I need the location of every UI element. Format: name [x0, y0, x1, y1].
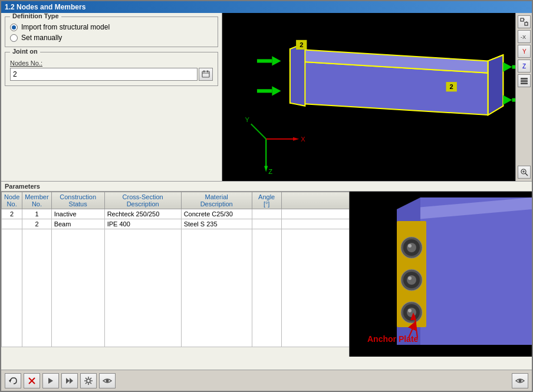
svg-text:Y: Y [522, 48, 527, 55]
viewport-svg: Z X Y [222, 13, 532, 181]
fast-forward-button[interactable] [61, 373, 78, 388]
svg-rect-25 [257, 89, 272, 93]
svg-rect-0 [202, 71, 209, 77]
svg-point-55 [407, 275, 416, 285]
joint-on-label: Joint on [10, 48, 40, 55]
cell-status-1: Inactive [51, 209, 104, 219]
cell-member-2: 2 [22, 219, 51, 229]
left-panel: Definition Type Import from structural m… [1, 13, 222, 181]
svg-rect-3 [207, 71, 208, 73]
radio-import[interactable]: Import from structural model [10, 23, 213, 31]
radio-import-label: Import from structural model [21, 23, 110, 31]
cell-cross-1: Rechteck 250/250 [104, 209, 181, 219]
fit-view-button[interactable] [518, 15, 531, 28]
anchor-plate-overlay: Anchor Plate [349, 192, 532, 357]
cell-angle-1 [252, 209, 281, 219]
window-title: 1.2 Nodes and Members [5, 3, 85, 11]
zoom-button[interactable] [518, 166, 531, 179]
col-material: MaterialDescription [181, 192, 252, 209]
svg-point-60 [408, 309, 412, 312]
definition-type-label: Definition Type [10, 13, 61, 19]
svg-marker-69 [48, 378, 53, 384]
svg-line-41 [525, 173, 528, 176]
right-toolbar: -X Y Z [515, 13, 532, 181]
svg-text:Y: Y [245, 116, 250, 123]
svg-point-73 [106, 379, 109, 382]
next-button[interactable] [42, 373, 59, 388]
settings-button[interactable] [80, 373, 97, 388]
svg-text:Z: Z [522, 63, 526, 70]
svg-point-51 [407, 243, 416, 252]
radio-import-circle [10, 24, 18, 31]
svg-point-72 [87, 379, 90, 383]
svg-text:2: 2 [450, 83, 453, 90]
radio-manual[interactable]: Set manually [10, 34, 213, 42]
svg-marker-71 [70, 378, 73, 384]
svg-rect-38 [521, 80, 528, 82]
col-cross-section: Cross-SectionDescription [104, 192, 181, 209]
radio-manual-circle [10, 34, 18, 42]
bottom-section: Parameters NodeNo. MemberNo. Constructio… [1, 181, 532, 370]
col-angle: Angle[°] [252, 192, 281, 209]
table-container: NodeNo. MemberNo. ConstructionStatus Cro… [1, 192, 532, 370]
col-node: NodeNo. [2, 192, 22, 209]
cell-material-2: Steel S 235 [181, 219, 252, 229]
nodes-input[interactable] [10, 68, 198, 81]
nodes-input-row [10, 68, 213, 81]
svg-rect-37 [521, 78, 528, 80]
svg-rect-2 [203, 71, 205, 73]
svg-rect-23 [257, 59, 272, 62]
svg-point-52 [408, 244, 412, 248]
cell-angle-2 [252, 219, 281, 229]
parameters-label: Parameters [1, 182, 532, 192]
col-status: ConstructionStatus [51, 192, 104, 209]
svg-text:2: 2 [300, 41, 303, 48]
main-content: Definition Type Import from structural m… [1, 13, 532, 181]
svg-marker-66 [9, 379, 11, 383]
svg-text:Anchor Plate: Anchor Plate [367, 334, 419, 344]
delete-button[interactable] [24, 373, 40, 388]
eye-button[interactable] [99, 373, 116, 388]
bottom-toolbar [1, 370, 532, 391]
radio-manual-label: Set manually [21, 34, 62, 42]
browse-icon [202, 70, 210, 78]
cell-status-2: Beam [51, 219, 104, 229]
svg-rect-39 [521, 83, 528, 84]
rotate-z-button[interactable]: Z [518, 60, 531, 73]
definition-type-group: Definition Type Import from structural m… [5, 17, 218, 47]
view-eye-button[interactable] [512, 373, 528, 388]
joint-on-group: Joint on Nodes No.: [5, 52, 218, 86]
main-window: 1.2 Nodes and Members Definition Type Im… [0, 0, 533, 392]
nodes-no-label: Nodes No.: [10, 60, 213, 67]
col-member: MemberNo. [22, 192, 51, 209]
svg-text:X: X [301, 136, 305, 143]
svg-rect-31 [525, 22, 528, 25]
flip-x-button[interactable]: -X [518, 30, 531, 43]
definition-type-radio-group: Import from structural model Set manuall… [10, 23, 213, 42]
svg-marker-17 [488, 55, 503, 115]
svg-marker-70 [66, 378, 70, 384]
svg-rect-30 [521, 18, 524, 21]
viewport-3d[interactable]: Z X Y [222, 13, 532, 181]
layers-button[interactable] [518, 74, 531, 87]
svg-marker-15 [290, 43, 305, 106]
rotate-y-button[interactable]: Y [518, 45, 531, 58]
undo-button[interactable] [5, 373, 21, 388]
svg-marker-45 [420, 197, 532, 345]
svg-text:-X: -X [521, 34, 526, 40]
cell-material-1: Concrete C25/30 [181, 209, 252, 219]
anchor-plate-svg: Anchor Plate [350, 192, 532, 357]
svg-text:Z: Z [268, 168, 272, 175]
svg-point-74 [519, 379, 522, 382]
svg-point-56 [408, 276, 412, 280]
cell-cross-2: IPE 400 [104, 219, 181, 229]
cell-node-1: 2 [2, 209, 22, 219]
nodes-browse-button[interactable] [199, 68, 213, 81]
cell-member-1: 1 [22, 209, 51, 219]
title-bar: 1.2 Nodes and Members [1, 1, 532, 13]
cell-node-2 [2, 219, 22, 229]
viewport-container: Z X Y [222, 13, 532, 181]
